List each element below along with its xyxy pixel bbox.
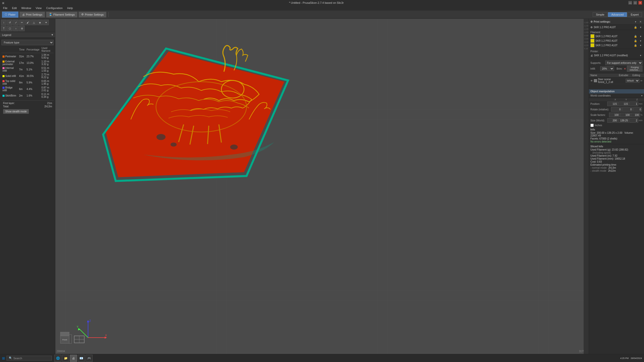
purging-volumes-button[interactable]: Purging volumes... bbox=[627, 66, 642, 72]
filament-settings-tab[interactable]: 🧵 Filament Settings bbox=[46, 12, 77, 18]
svg-text:Front: Front bbox=[62, 339, 67, 341]
mesh-icon[interactable]: ⬡ bbox=[7, 26, 13, 31]
object-edit-icon[interactable]: ✏ bbox=[640, 79, 642, 82]
start-button[interactable]: ⊞ bbox=[2, 356, 5, 360]
printer-expand[interactable]: ▾ bbox=[638, 53, 642, 57]
taskbar-app-4[interactable]: 🎮 bbox=[86, 355, 93, 362]
print-settings-expand-icon[interactable]: ▾ bbox=[633, 20, 637, 24]
infill-label: Infill: bbox=[590, 67, 599, 70]
inches-checkbox[interactable] bbox=[590, 124, 594, 127]
rotate-y[interactable] bbox=[622, 107, 633, 112]
flat-view-icon[interactable] bbox=[73, 333, 86, 346]
print-settings-gear-icon: ⚙ bbox=[590, 20, 593, 23]
search-bar-taskbar[interactable]: 🔍 Search bbox=[7, 356, 52, 360]
info-facets-label: Facets: bbox=[590, 137, 599, 140]
menu-window[interactable]: Window bbox=[19, 6, 33, 10]
simple-mode-button[interactable]: Simple bbox=[593, 12, 608, 17]
filament-3-expand[interactable]: ▾ bbox=[638, 43, 642, 47]
legend-row: Skirt/Brim 2m 1.6% 0.11 m 0.34 g bbox=[2, 92, 54, 99]
size-x[interactable] bbox=[607, 118, 618, 123]
hollow-icon[interactable]: ○ bbox=[13, 26, 19, 31]
legend-header[interactable]: Legend ▾ bbox=[0, 32, 55, 38]
taskbar-app-3[interactable]: 📧 bbox=[78, 355, 85, 362]
info-volume-value: 22807.49 bbox=[590, 134, 601, 137]
advanced-mode-button[interactable]: Advanced bbox=[608, 12, 627, 17]
filament-3-lock[interactable]: 🔒 bbox=[633, 43, 637, 47]
rotate-icon[interactable]: ↺ bbox=[7, 20, 13, 25]
expert-mode-button[interactable]: Expert bbox=[627, 12, 642, 17]
menu-edit[interactable]: Edit bbox=[10, 6, 19, 10]
infill-select[interactable]: 20% bbox=[600, 66, 614, 71]
close-button[interactable]: ✕ bbox=[638, 1, 642, 5]
rotate-label: Rotate (relative): bbox=[590, 108, 611, 111]
taskbar-app-2[interactable]: 📁 bbox=[62, 355, 69, 362]
size-y[interactable] bbox=[618, 118, 629, 123]
viewport[interactable]: Z X Y Front 299934 317599 bbox=[55, 19, 589, 354]
filament-g-value: 23.82 (288.82) bbox=[612, 148, 628, 151]
filament-2-expand[interactable]: ▾ bbox=[638, 39, 642, 43]
taskbar-active-app[interactable]: 🖨 bbox=[70, 355, 77, 362]
svg-text:Z: Z bbox=[89, 320, 91, 322]
view-cube[interactable]: Front bbox=[58, 331, 73, 346]
filament-1-expand[interactable]: ▾ bbox=[638, 34, 642, 38]
filament-2-lock[interactable]: 🔒 bbox=[633, 39, 637, 43]
scale-x[interactable] bbox=[609, 113, 620, 117]
taskbar-app-1[interactable]: 🌐 bbox=[54, 355, 61, 362]
printer-row: 🖨 SKR 1.2 PRO A10T (modified) ▾ bbox=[590, 53, 642, 57]
menu-view[interactable]: View bbox=[34, 6, 44, 10]
cost-value: 0.83 bbox=[597, 160, 602, 163]
printer-name: SKR 1.2 PRO A10T (modified) bbox=[594, 54, 637, 57]
position-x[interactable] bbox=[607, 102, 618, 106]
position-y[interactable] bbox=[618, 102, 629, 106]
normal-mode-value: 2h13m bbox=[608, 166, 616, 169]
menu-file[interactable]: File bbox=[1, 6, 10, 10]
size-z[interactable] bbox=[629, 118, 638, 123]
seam-icon[interactable]: ◈ bbox=[37, 20, 43, 25]
info-size-row: Size: 200.00 x 139.25 x 2.00 Volume: 228… bbox=[590, 131, 642, 137]
object-extruder-select[interactable]: default bbox=[626, 79, 639, 83]
3d-object[interactable] bbox=[93, 31, 294, 195]
support-icon[interactable]: △ bbox=[31, 20, 37, 25]
print-settings-tab[interactable]: 🖨 Print Settings bbox=[19, 12, 45, 18]
config-row: ⚙ SKR 1.2 PRO A10T 🔒 ▾ bbox=[589, 25, 644, 30]
cut-icon[interactable]: ✂ bbox=[19, 20, 25, 25]
menu-help[interactable]: Help bbox=[65, 6, 75, 10]
config-expand-btn[interactable]: ▾ bbox=[638, 25, 642, 29]
move-icon[interactable]: ↕ bbox=[1, 20, 7, 25]
scale-z[interactable] bbox=[631, 113, 640, 117]
scale-icon[interactable]: ⤢ bbox=[13, 20, 19, 25]
print-times: First layer: 21m Total: 2h13m bbox=[2, 100, 54, 108]
supports-select[interactable]: For support enforcers only bbox=[605, 61, 642, 65]
paint-icon[interactable]: 🖌 bbox=[25, 20, 31, 25]
rotate-x[interactable] bbox=[611, 107, 622, 112]
scale-y[interactable] bbox=[620, 113, 631, 117]
dropdown-arrow[interactable]: ▾ bbox=[641, 94, 642, 97]
titlebar: ▣ * Untitled - PrusaSlicer-2.7.4 based o… bbox=[0, 0, 644, 6]
maximize-button[interactable]: □ bbox=[633, 1, 637, 5]
feature-type-dropdown[interactable]: Feature type bbox=[2, 40, 54, 45]
brim-value: ✕ bbox=[624, 67, 626, 70]
position-z[interactable] bbox=[629, 102, 638, 106]
stealth-mode-button[interactable]: Show stealth mode bbox=[3, 109, 29, 114]
viewport-coordinates: 299934 bbox=[57, 350, 65, 353]
filament-1-lock[interactable]: 🔒 bbox=[633, 34, 637, 38]
legend-row: Internal infill 7m 5.1% 0.51 m 1.55 g bbox=[2, 66, 54, 73]
object-manipulation-title: Object manipulation bbox=[590, 90, 615, 93]
svg-point-10 bbox=[230, 145, 238, 150]
taskbar-left: ⊞ 🔍 Search 🌐 📁 🖨 📧 🎮 bbox=[2, 355, 93, 362]
menu-configuration[interactable]: Configuration bbox=[44, 6, 64, 10]
visibility-toggle-icon[interactable]: 👁 bbox=[590, 79, 593, 82]
printer-settings-tab[interactable]: ⚙ Printer Settings bbox=[78, 12, 106, 18]
minimize-button[interactable]: — bbox=[628, 1, 632, 5]
left-icon-toolbar: ↕ ↺ ⤢ ✂ 🖌 △ ◈ ✦ T ⬡ ○ ⚙ bbox=[0, 19, 55, 32]
rotate-z[interactable] bbox=[633, 107, 642, 112]
print-settings-close-icon[interactable]: ✕ bbox=[638, 20, 642, 24]
editing-col-header: Editing bbox=[632, 74, 642, 77]
config-lock-icon[interactable]: 🔒 bbox=[633, 25, 637, 29]
plater-tab[interactable]: ⬡ Plater bbox=[2, 12, 18, 18]
text-icon[interactable]: T bbox=[1, 26, 7, 31]
place-icon[interactable]: ✦ bbox=[43, 20, 49, 25]
legend-title: Legend bbox=[2, 33, 11, 36]
settings-icon[interactable]: ⚙ bbox=[19, 26, 25, 31]
right-panel: ⚙ Print settings: ▾ ✕ ⚙ SKR 1.2 PRO A10T… bbox=[589, 19, 644, 354]
